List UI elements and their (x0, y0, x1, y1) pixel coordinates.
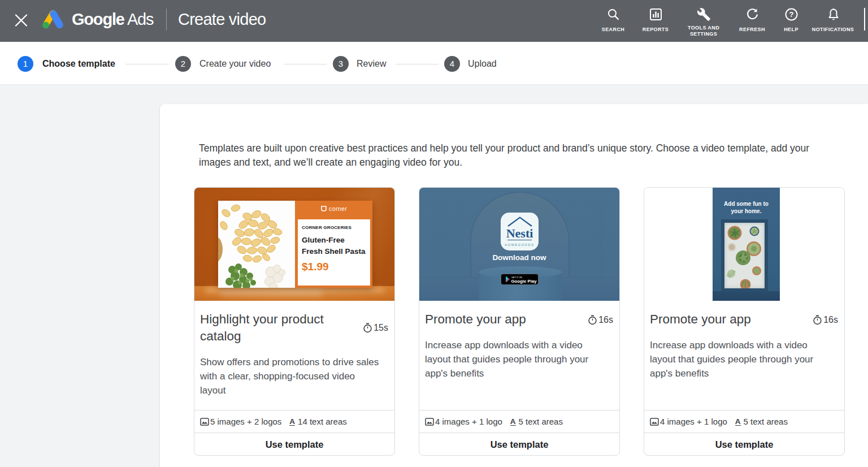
svg-text:Nesti: Nesti (506, 226, 533, 240)
svg-text:?: ? (789, 10, 794, 19)
svg-text:Google Play: Google Play (511, 279, 537, 284)
svg-text:HOMEGOODS: HOMEGOODS (505, 243, 534, 247)
